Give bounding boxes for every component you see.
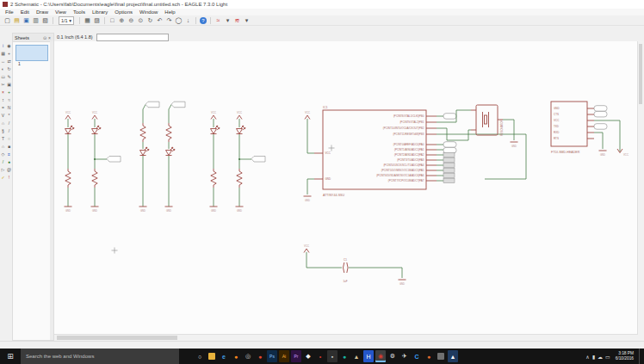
net-label-flag[interactable] <box>107 157 121 163</box>
attiny44-ic[interactable]: IC1 ATTINY44-SSU VCC GND (PCINT8/XTAL1/C… <box>304 106 437 203</box>
taskbar-search-input[interactable]: Search the web and Windows <box>21 349 179 364</box>
vcc-symbol[interactable] <box>211 111 216 120</box>
panel-close-icon[interactable]: × <box>47 35 52 40</box>
net-label-tag[interactable] <box>443 174 455 178</box>
dropdown-icon[interactable]: ▾ <box>224 16 232 24</box>
vcc-symbol[interactable] <box>92 111 97 120</box>
bus-tool[interactable]: ≡ <box>6 150 12 157</box>
mark-tool[interactable]: + <box>6 49 12 57</box>
go-icon[interactable]: ↓ <box>184 16 192 24</box>
resistor-symbol[interactable] <box>92 169 97 188</box>
pinswap-tool[interactable]: ↕ <box>0 96 6 103</box>
invoke-tool[interactable]: § <box>0 126 6 134</box>
net-label-tag[interactable] <box>443 169 455 173</box>
blue-app-icon[interactable]: H <box>363 350 374 362</box>
file-explorer-icon[interactable] <box>207 350 217 362</box>
polygon-tool[interactable]: ◇ <box>0 150 6 157</box>
tray-caret-icon[interactable]: ∧ <box>585 354 589 360</box>
add-tool[interactable]: + <box>6 88 12 96</box>
edge-icon[interactable]: e <box>219 350 229 362</box>
schematic-canvas[interactable]: VCC GND <box>54 41 638 334</box>
split-tool[interactable]: / <box>6 119 12 126</box>
firefox-icon[interactable]: ● <box>231 350 241 362</box>
resistor-symbol[interactable] <box>65 169 71 188</box>
name-tool[interactable]: N <box>6 103 12 111</box>
move-tool[interactable]: ↔ <box>0 57 6 65</box>
grid-icon[interactable]: ▦ <box>84 16 91 24</box>
mirror-tool[interactable]: ◐ <box>0 65 6 72</box>
resistor-symbol[interactable] <box>211 169 216 188</box>
miter-tool[interactable]: ∩ <box>0 119 6 126</box>
net-label-tag[interactable] <box>443 158 455 163</box>
led-circuit-2[interactable] <box>91 111 121 213</box>
taskbar-clock[interactable]: 3:18 PM 6/10/2016 <box>616 351 634 361</box>
gnd-symbol[interactable] <box>511 142 518 148</box>
layer-settings-icon[interactable]: ▨ <box>93 16 101 24</box>
simulation-icon[interactable]: ≈ <box>214 16 222 24</box>
bird-app-icon[interactable]: ✈ <box>399 350 410 362</box>
attribute-tool[interactable]: @ <box>6 165 12 173</box>
led-symbol[interactable] <box>140 147 149 155</box>
export-image-icon[interactable]: ▧ <box>41 16 49 24</box>
gnd-symbol[interactable] <box>304 196 312 202</box>
junction-tool[interactable]: ● <box>6 157 12 165</box>
dropdown-icon[interactable]: ▾ <box>243 16 251 24</box>
label-tool[interactable]: ▷ <box>0 165 6 173</box>
text-tool[interactable]: T <box>0 134 6 142</box>
horizontal-scrollbar-thumb[interactable] <box>57 336 177 340</box>
led-circuit-3[interactable] <box>139 102 160 213</box>
net-label-pill[interactable] <box>443 114 456 120</box>
gnd-symbol[interactable] <box>210 207 218 213</box>
menu-help[interactable]: Help <box>161 9 178 15</box>
value-tool[interactable]: V <box>0 111 6 119</box>
sheet-selector-dropdown[interactable]: 1/1 ▾ <box>59 16 74 25</box>
resistor-symbol[interactable] <box>237 169 242 188</box>
gnd-symbol[interactable] <box>165 207 173 213</box>
led-symbol[interactable] <box>166 147 175 155</box>
rotate-tool[interactable]: ↻ <box>6 65 12 72</box>
led-circuit-5[interactable] <box>210 111 220 213</box>
led-circuit-1[interactable] <box>65 111 74 213</box>
net-label-pill[interactable] <box>594 111 607 117</box>
resonator[interactable]: RESONATOR <box>471 105 518 148</box>
ftdi-header[interactable]: GND CTS VCC TXD RXD RTS FTDI-SMD-HEADER … <box>551 102 629 157</box>
rect-tool[interactable]: ■ <box>6 142 12 150</box>
redo-icon[interactable]: ↷ <box>165 16 173 24</box>
change-tool[interactable]: ✎ <box>6 72 12 80</box>
net-label-flag[interactable] <box>146 102 159 108</box>
info-tool[interactable]: i <box>0 41 6 49</box>
undo-icon[interactable]: ↶ <box>156 16 164 24</box>
menu-options[interactable]: Options <box>111 9 136 15</box>
led-circuit-6[interactable] <box>236 111 266 213</box>
arc-tool[interactable]: ∩ <box>0 142 6 150</box>
start-button[interactable]: ⊞ <box>0 349 21 364</box>
sheets-panel-scrollbar[interactable] <box>50 41 53 340</box>
mountain-app-icon[interactable]: ▲ <box>351 350 362 362</box>
net-label-pill[interactable] <box>594 106 607 112</box>
led-symbol[interactable] <box>211 126 220 133</box>
settings-gear-icon[interactable]: ⚙ <box>387 350 398 362</box>
help-icon[interactable]: ? <box>200 17 207 24</box>
zoom-select-icon[interactable]: ⊙ <box>137 16 145 24</box>
menu-edit[interactable]: Edit <box>17 9 33 15</box>
ring-app-icon[interactable]: ● <box>424 350 434 362</box>
smash-tool[interactable]: * <box>6 111 12 119</box>
menu-tools[interactable]: Tools <box>70 9 89 15</box>
red-badge-icon[interactable]: • <box>315 350 325 362</box>
menu-file[interactable]: File <box>2 9 17 15</box>
net-label-pill[interactable] <box>443 147 456 153</box>
dove-app-icon[interactable]: ◆ <box>303 350 313 362</box>
delete-tool[interactable]: × <box>0 88 6 96</box>
cortana-icon[interactable]: ○ <box>195 350 205 362</box>
net-label-tag[interactable] <box>443 163 455 168</box>
net-label-pill[interactable] <box>594 124 607 130</box>
copy-tool[interactable]: ⇄ <box>6 57 12 65</box>
gnd-symbol[interactable] <box>139 207 147 213</box>
battery-icon[interactable]: ▮ <box>592 354 595 360</box>
redraw-icon[interactable]: ↻ <box>146 16 154 24</box>
illustrator-icon[interactable]: Ai <box>279 350 289 362</box>
print-icon[interactable]: ▥ <box>32 16 40 24</box>
cut-tool[interactable]: ✂ <box>0 80 6 88</box>
errors-tool[interactable]: ! <box>6 173 12 181</box>
menu-view[interactable]: View <box>52 9 70 15</box>
